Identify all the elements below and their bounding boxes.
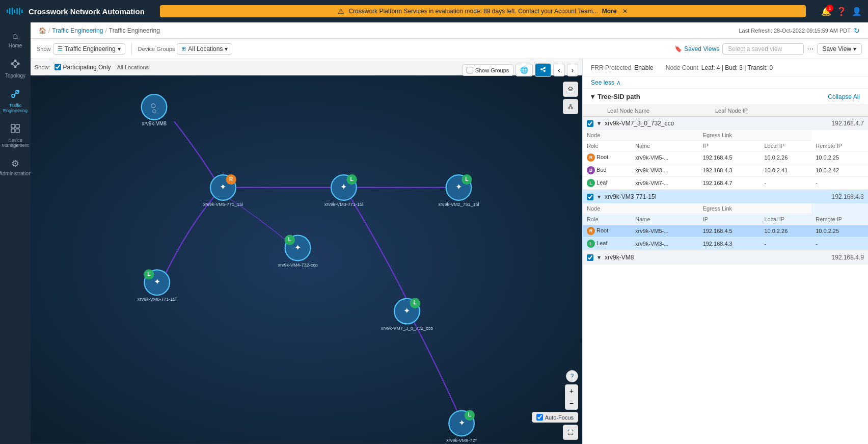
svg-rect-4 bbox=[16, 8, 17, 14]
table-row: R Root xrv9k-VM5-... 192.168.4.5 10.0.2.… bbox=[583, 225, 868, 238]
saved-views-dropdown[interactable]: Select a saved view bbox=[722, 43, 804, 55]
main-content: 🏠 / Traffic Engineering / Traffic Engine… bbox=[31, 22, 868, 444]
home-breadcrumb[interactable]: 🏠 bbox=[39, 27, 46, 34]
next-button[interactable]: › bbox=[567, 64, 578, 76]
svg-line-11 bbox=[12, 61, 15, 64]
node-vm8[interactable]: ⬡ ⬡ xrv9k-VM8 bbox=[142, 94, 167, 126]
svg-text:L: L bbox=[465, 176, 468, 182]
participating-only-checkbox-wrap: Participating Only bbox=[55, 64, 111, 71]
svg-line-33 bbox=[571, 106, 572, 108]
toolbar: Show ☰ Traffic Engineering ▾ Device Grou… bbox=[31, 39, 868, 59]
alert-close[interactable]: ✕ bbox=[622, 8, 628, 15]
leaf-name-vm3: xrv9k-VM3-771-15l bbox=[605, 193, 656, 200]
home-icon: ⌂ bbox=[13, 31, 18, 41]
svg-text:L: L bbox=[414, 300, 417, 305]
alert-banner: ⚠ Crosswork Platform Services in evaluat… bbox=[160, 5, 806, 17]
leaf-table-subheader2: Node Egress Link bbox=[583, 203, 868, 214]
alert-more-link[interactable]: More bbox=[602, 8, 617, 15]
sidebar-item-admin[interactable]: ⚙ Administration bbox=[2, 154, 29, 180]
map-side-controls bbox=[563, 82, 578, 114]
svg-line-32 bbox=[569, 106, 571, 108]
svg-rect-22 bbox=[11, 129, 15, 133]
leaf-section-vm8: ▾ xrv9k-VM8 192.168.4.9 bbox=[583, 251, 868, 265]
user-button[interactable]: 👤 bbox=[852, 7, 862, 16]
breadcrumb-traffic1[interactable]: Traffic Engineering bbox=[52, 27, 103, 34]
leaf-expand-vm3-icon: ▾ bbox=[598, 193, 601, 200]
saved-views-placeholder: Select a saved view bbox=[728, 45, 782, 53]
notifications-button[interactable]: 🔔1 bbox=[821, 7, 831, 16]
collapse-all-button[interactable]: Collapse All bbox=[828, 93, 860, 100]
show-dropdown[interactable]: ☰ Traffic Engineering ▾ bbox=[53, 43, 125, 55]
svg-point-30 bbox=[568, 108, 570, 109]
svg-rect-2 bbox=[12, 8, 13, 15]
prev-button[interactable]: ‹ bbox=[553, 64, 564, 76]
device-groups-dropdown[interactable]: ⊞ All Locations ▾ bbox=[177, 43, 232, 55]
node-count-value: Leaf: 4 | Bud: 3 | Transit: 0 bbox=[701, 64, 773, 71]
svg-text:xrv9k-VM8: xrv9k-VM8 bbox=[142, 121, 167, 126]
sidebar-item-device[interactable]: Device Management bbox=[2, 119, 29, 152]
leaf-badge2: L bbox=[587, 240, 595, 248]
refresh-button[interactable]: ↻ bbox=[854, 27, 860, 35]
leaf-expand-vm7-icon: ▾ bbox=[598, 120, 601, 127]
saved-views-more-button[interactable]: ··· bbox=[807, 44, 813, 54]
see-less-button[interactable]: See less ∧ bbox=[583, 77, 868, 89]
sidebar-item-topology[interactable]: Topology bbox=[2, 55, 29, 83]
map-controls-top: Show Groups 🌐 ‹ › bbox=[462, 63, 578, 77]
map-container[interactable]: Show: Participating Only All Locations S… bbox=[31, 59, 583, 444]
leaf-checkbox-vm8[interactable] bbox=[587, 254, 593, 261]
ip-header: IP bbox=[699, 141, 761, 151]
save-view-chevron-icon: ▾ bbox=[853, 45, 856, 53]
leaf-header-vm8[interactable]: ▾ xrv9k-VM8 192.168.4.9 bbox=[583, 251, 868, 264]
location-tag: All Locations bbox=[115, 63, 151, 71]
globe-view-button[interactable]: 🌐 bbox=[516, 64, 533, 76]
see-less-label: See less bbox=[591, 79, 614, 86]
participating-only-checkbox[interactable] bbox=[55, 64, 61, 70]
svg-rect-1 bbox=[9, 8, 10, 14]
svg-text:xrv9k-VM2_751_15l: xrv9k-VM2_751_15l bbox=[438, 202, 479, 207]
leaf-table-subheader: Node Egress Link bbox=[583, 130, 868, 141]
leaf-name-vm8: xrv9k-VM8 bbox=[605, 254, 634, 261]
leaf-name-col-header: Leaf Node Name bbox=[607, 108, 715, 114]
breadcrumb: 🏠 / Traffic Engineering / Traffic Engine… bbox=[31, 22, 868, 39]
sidebar-item-traffic[interactable]: Traffic Engineering bbox=[2, 85, 29, 117]
layers-button[interactable] bbox=[563, 82, 578, 97]
tree-sid-header: ▾ Tree-SID path Collapse All bbox=[583, 89, 868, 105]
auto-focus-checkbox[interactable] bbox=[536, 414, 543, 421]
zoom-out-button[interactable]: − bbox=[565, 397, 578, 409]
svg-line-27 bbox=[542, 68, 544, 69]
fit-view-button[interactable] bbox=[563, 425, 578, 440]
help-button[interactable]: ❓ bbox=[836, 7, 847, 16]
zoom-in-button[interactable]: + bbox=[565, 385, 578, 397]
leaf-header-vm7[interactable]: ▾ xrv9k-VM7_3_0_732_cco 192.168.4.7 bbox=[583, 117, 868, 130]
svg-text:xrv9k-VM6-771-15l: xrv9k-VM6-771-15l bbox=[138, 297, 176, 302]
svg-text:✦: ✦ bbox=[294, 243, 301, 252]
saved-views-section: 🔖 Saved Views Select a saved view ··· Sa… bbox=[674, 43, 862, 55]
leaf-table-col-row: Role Name IP Local IP Remote IP bbox=[583, 141, 868, 151]
save-view-button[interactable]: Save View ▾ bbox=[817, 43, 862, 55]
leaf-checkbox-vm7[interactable] bbox=[587, 120, 593, 127]
refresh-label: Last Refresh: 28-Oct-2022 09:15:59 AM PD… bbox=[739, 28, 851, 34]
topology-canvas[interactable]: ⬡ ⬡ xrv9k-VM8 ✦ R xrv9k-VM5-771_15l bbox=[31, 75, 582, 443]
table-row: L Leaf xrv9k-VM3-... 192.168.4.3 - - bbox=[583, 238, 868, 250]
topology-view-button[interactable] bbox=[535, 63, 551, 77]
show-dropdown-icon: ☰ bbox=[58, 45, 63, 52]
leaf-header-vm3[interactable]: ▾ xrv9k-VM3-771-15l 192.168.4.3 bbox=[583, 190, 868, 203]
show-groups-checkbox[interactable] bbox=[467, 67, 473, 73]
svg-line-13 bbox=[15, 64, 18, 67]
leaf-checkbox-vm3[interactable] bbox=[587, 194, 593, 200]
sidebar-item-home[interactable]: ⌂ Home bbox=[2, 27, 29, 53]
svg-point-29 bbox=[570, 105, 572, 106]
topbar: Crosswork Network Automation ⚠ Crosswork… bbox=[0, 0, 868, 22]
leaf-expand-vm8-icon: ▾ bbox=[598, 254, 601, 261]
leaf-section-vm7: ▾ xrv9k-VM7_3_0_732_cco 192.168.4.7 Node… bbox=[583, 117, 868, 190]
sidebar-item-topology-label: Topology bbox=[5, 73, 25, 79]
svg-text:L: L bbox=[288, 237, 291, 242]
device-groups-chevron-icon: ▾ bbox=[225, 45, 228, 53]
diagram-button[interactable] bbox=[563, 99, 578, 114]
toolbar-divider-1 bbox=[131, 43, 132, 55]
svg-point-24 bbox=[540, 68, 542, 70]
show-chevron-icon: ▾ bbox=[118, 45, 121, 53]
sidebar: ⌂ Home Topology bbox=[0, 22, 31, 444]
svg-text:✦: ✦ bbox=[458, 419, 465, 427]
map-help-button[interactable]: ? bbox=[566, 370, 578, 382]
